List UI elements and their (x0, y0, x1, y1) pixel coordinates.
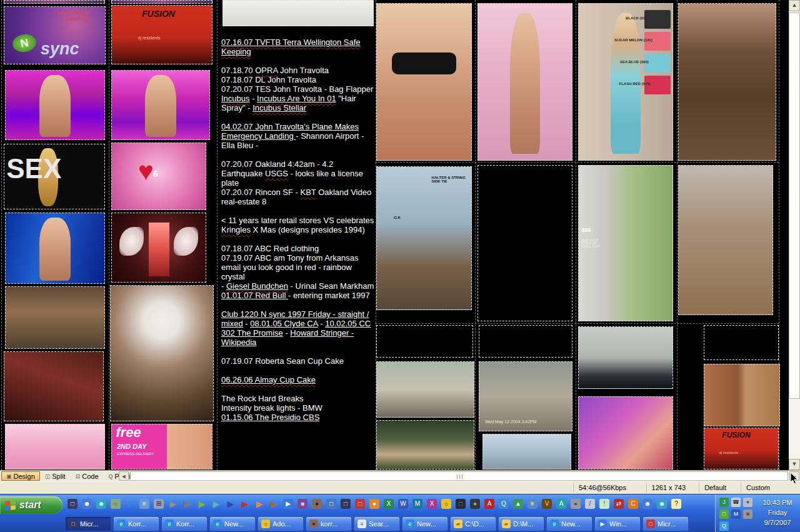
taskbar-button[interactable]: eNew... (546, 516, 592, 531)
thumb-empty-strip-2[interactable] (479, 325, 572, 358)
clock-icon[interactable]: ● (369, 499, 379, 509)
film-reel-icon[interactable]: ● (312, 499, 322, 509)
quicktime-icon[interactable]: Q (499, 499, 509, 509)
thumb-sex-screen[interactable]: SEX (4, 144, 105, 209)
selection-guide[interactable] (375, 323, 779, 324)
play-shortcut-navy-icon[interactable]: ▶ (226, 499, 236, 509)
taskbar-button[interactable]: eNew... (209, 516, 256, 531)
taskbar-button[interactable]: ▶Win... (594, 516, 641, 531)
taskbar-button[interactable]: ▰C:\D... (450, 516, 496, 531)
selection-guide[interactable] (475, 0, 476, 470)
media-player-icon[interactable]: ▶ (283, 499, 293, 509)
m-app-icon[interactable]: M (412, 499, 422, 509)
thumb-cutoff-left-b[interactable] (111, 0, 212, 4)
thumb-empty-strip-1[interactable] (376, 325, 473, 358)
tray-j-icon[interactable]: J (719, 498, 729, 507)
thumb-empty-strip-3[interactable] (704, 325, 779, 360)
play-shortcut-green-icon[interactable]: ▶ (197, 499, 207, 509)
excel-icon[interactable]: X (384, 499, 394, 509)
pen-icon[interactable]: / (585, 499, 595, 509)
tray-phone-icon[interactable]: ☎ (731, 498, 741, 507)
internet-explorer-icon[interactable]: e (125, 499, 135, 509)
play-shortcut-red-icon[interactable]: ▶ (240, 499, 250, 509)
picture-manager-icon[interactable]: □ (355, 499, 365, 509)
hyperlink[interactable]: 07.16.07 TVFTB Terra Wellington Safe Kee… (221, 38, 361, 56)
thumb-office-uniform[interactable] (578, 326, 673, 389)
hyperlink[interactable]: Incubus Stellar (252, 103, 306, 113)
tab-split[interactable]: ◫Split (40, 471, 71, 481)
horizontal-scroll-thumb[interactable] (130, 471, 788, 481)
taskbar-button[interactable]: ●korr... (306, 516, 352, 531)
tray-package-icon[interactable]: □ (719, 509, 729, 519)
word-icon[interactable]: W (398, 499, 408, 509)
thumb-empty-cell[interactable] (478, 165, 572, 321)
selection-guide[interactable] (109, 0, 109, 470)
play-shortcut-orange-icon[interactable]: ▶ (254, 499, 264, 509)
selection-guide[interactable] (576, 0, 576, 470)
a-teal-icon[interactable]: A (556, 499, 566, 509)
taskbar-button[interactable]: ☼Ado... (258, 516, 304, 531)
selection-guide[interactable] (375, 162, 779, 163)
thumb-xmas-group[interactable] (5, 286, 105, 349)
taskbar-clock[interactable]: 10:43 PM Friday 9/7/2007 (758, 498, 797, 528)
hyperlink[interactable]: Incubus Are You In 01 (257, 94, 336, 103)
play-shortcut-brown-icon[interactable]: ▶ (269, 499, 279, 509)
hscroll-right-button[interactable]: ► (789, 471, 799, 481)
c-orange-icon[interactable]: C (628, 499, 638, 509)
thumb-film-still-group[interactable] (376, 361, 474, 418)
thumb-webcam-still[interactable]: Wed May 12 2004 3:42PM (479, 361, 572, 431)
selection-guide[interactable] (217, 0, 218, 470)
thumb-runway-pink-2[interactable] (111, 70, 210, 140)
sunflower-icon[interactable]: ☼ (441, 499, 451, 509)
camera-dark-icon[interactable]: ● (470, 499, 480, 509)
thumb-cutoff-left-a[interactable] (4, 0, 105, 4)
people-icon[interactable]: ☻ (96, 499, 106, 509)
taskbar-button[interactable]: ≡Sear... (354, 516, 400, 531)
thumb-green-coat[interactable]: $99OUR MOST POPULAR WOOL COAT (578, 165, 673, 321)
thumb-fusion-card-2[interactable]: FUSIONdj residents (704, 428, 779, 469)
person2-icon[interactable]: ☻ (642, 499, 652, 509)
sync-arrows-icon[interactable]: ⇄ (614, 499, 624, 509)
tab-design[interactable]: ▣Design (1, 471, 40, 481)
hyperlink[interactable]: 01.01.07 Red Bull (221, 291, 288, 300)
taskbar-button[interactable]: □Micr... (642, 516, 689, 531)
thermometer-icon[interactable]: ! (599, 499, 609, 509)
selection-guide[interactable] (677, 0, 678, 470)
thumb-runway-pink-1[interactable] (5, 70, 105, 140)
taskbar-button[interactable]: ▰D:\M... (498, 516, 544, 531)
play-shortcut-gray2-icon[interactable]: ▶ (182, 499, 192, 509)
thumb-two-models-bras[interactable] (704, 364, 780, 426)
thumb-blonde-waving[interactable] (376, 420, 474, 469)
green-app-icon[interactable]: ▲ (513, 499, 523, 509)
vertical-scroll-thumb[interactable] (789, 13, 800, 399)
design-app-icon[interactable]: □ (341, 499, 351, 509)
scroll-up-button[interactable]: ▲ (789, 0, 800, 11)
tray-quicktime-icon[interactable]: Q (719, 521, 729, 531)
x-app-icon[interactable]: X (427, 499, 437, 509)
thumb-catalog-blue-cami[interactable]: BLACK (63)SUGAR MELON (131)SEA BLUE (390… (578, 3, 673, 161)
document-icon[interactable]: ≡ (139, 499, 149, 509)
hscroll-left-button[interactable]: ◄ (119, 471, 129, 481)
hyperlink[interactable]: 06.26.06 Almay Cup Cake (221, 375, 316, 384)
thumb-nsync-flyer[interactable]: every friday& saturdaysync (4, 6, 106, 64)
notes-icon[interactable]: ≡ (528, 499, 538, 509)
thumb-fusion-card[interactable]: FUSIONdj residents (111, 5, 212, 64)
thumb-model-pink-lingerie[interactable] (478, 3, 572, 161)
taskbar-button[interactable]: eKorr... (113, 516, 159, 531)
thumb-model-white-bra[interactable] (678, 165, 773, 315)
thumb-blonde-pink[interactable] (5, 424, 105, 469)
taskbar-button[interactable]: eKorr... (161, 516, 208, 531)
app-window-icon[interactable]: □ (68, 499, 78, 509)
gray-app-icon[interactable]: ● (571, 499, 581, 509)
start-button[interactable]: start (0, 496, 62, 514)
acrobat-icon[interactable]: A (484, 499, 494, 509)
help-icon[interactable]: ? (671, 499, 681, 509)
taskbar-button[interactable]: eNew... (402, 516, 448, 531)
thumb-santa-hat-portrait[interactable] (110, 285, 214, 421)
tray-m-icon[interactable]: M (731, 509, 741, 519)
taskbar-button[interactable]: □Micr... (65, 516, 111, 531)
css-mode-indicator[interactable]: Custom (741, 483, 775, 493)
selection-guide[interactable] (1, 0, 2, 470)
hyperlink[interactable]: Giesel Bundchen (226, 281, 288, 291)
thumb-free-2nd-day-ad[interactable]: free2ND DAYEXPRESS DELIVERY (111, 424, 212, 469)
